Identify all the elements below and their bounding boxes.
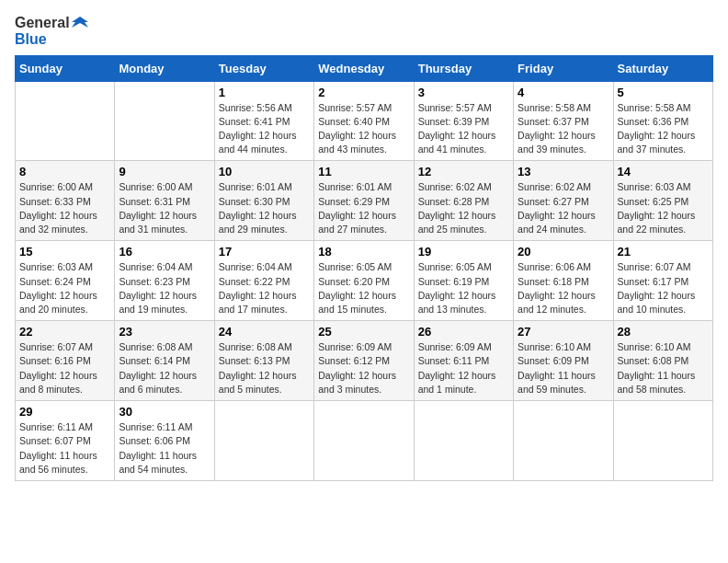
day-detail: Sunrise: 6:08 AMSunset: 6:13 PMDaylight:… [219, 341, 297, 395]
calendar-header-row: SundayMondayTuesdayWednesdayThursdayFrid… [16, 55, 713, 81]
empty-cell [514, 401, 613, 481]
day-detail: Sunrise: 5:58 AMSunset: 6:37 PMDaylight:… [518, 102, 596, 155]
day-detail: Sunrise: 6:11 AMSunset: 6:07 PMDaylight:… [19, 421, 97, 475]
empty-cell [314, 401, 414, 481]
day-detail: Sunrise: 6:00 AMSunset: 6:31 PMDaylight:… [119, 181, 197, 235]
day-detail: Sunrise: 6:11 AMSunset: 6:06 PMDaylight:… [119, 421, 197, 475]
day-number: 15 [19, 245, 110, 259]
calendar-week-1: 1 Sunrise: 5:56 AMSunset: 6:41 PMDayligh… [16, 81, 713, 161]
empty-cell [214, 401, 313, 481]
calendar-day-15: 15 Sunrise: 6:03 AMSunset: 6:24 PMDaylig… [16, 241, 115, 321]
calendar-day-28: 28 Sunrise: 6:10 AMSunset: 6:08 PMDaylig… [613, 321, 712, 401]
empty-cell [16, 81, 115, 161]
calendar-day-17: 17 Sunrise: 6:04 AMSunset: 6:22 PMDaylig… [214, 241, 313, 321]
day-detail: Sunrise: 6:05 AMSunset: 6:20 PMDaylight:… [318, 261, 396, 315]
day-detail: Sunrise: 6:01 AMSunset: 6:29 PMDaylight:… [318, 181, 396, 235]
day-number: 14 [618, 165, 709, 178]
day-number: 24 [219, 325, 310, 339]
day-detail: Sunrise: 6:03 AMSunset: 6:24 PMDaylight:… [19, 261, 97, 315]
day-detail: Sunrise: 6:00 AMSunset: 6:33 PMDaylight:… [19, 181, 97, 235]
logo-bird-icon [72, 15, 88, 31]
calendar-week-5: 29 Sunrise: 6:11 AMSunset: 6:07 PMDaylig… [16, 401, 713, 481]
calendar-week-4: 22 Sunrise: 6:07 AMSunset: 6:16 PMDaylig… [16, 321, 713, 401]
svg-marker-0 [72, 17, 88, 28]
calendar-day-4: 4 Sunrise: 5:58 AMSunset: 6:37 PMDayligh… [514, 81, 613, 161]
calendar-day-19: 19 Sunrise: 6:05 AMSunset: 6:19 PMDaylig… [414, 241, 513, 321]
logo-blue: Blue [15, 31, 47, 48]
calendar-week-2: 8 Sunrise: 6:00 AMSunset: 6:33 PMDayligh… [16, 161, 713, 241]
calendar-day-20: 20 Sunrise: 6:06 AMSunset: 6:18 PMDaylig… [514, 241, 613, 321]
empty-cell [613, 401, 712, 481]
day-number: 28 [618, 325, 709, 339]
day-detail: Sunrise: 5:57 AMSunset: 6:39 PMDaylight:… [418, 102, 496, 155]
day-number: 13 [518, 165, 609, 178]
day-number: 20 [518, 245, 609, 259]
day-detail: Sunrise: 6:06 AMSunset: 6:18 PMDaylight:… [518, 261, 596, 315]
day-detail: Sunrise: 6:02 AMSunset: 6:27 PMDaylight:… [518, 181, 596, 235]
calendar-day-10: 10 Sunrise: 6:01 AMSunset: 6:30 PMDaylig… [214, 161, 313, 241]
day-number: 30 [119, 405, 210, 419]
day-number: 8 [19, 165, 110, 178]
day-number: 23 [119, 325, 210, 339]
day-number: 4 [518, 86, 609, 99]
day-number: 12 [418, 165, 509, 178]
day-detail: Sunrise: 5:56 AMSunset: 6:41 PMDaylight:… [219, 102, 297, 155]
day-detail: Sunrise: 6:02 AMSunset: 6:28 PMDaylight:… [418, 181, 496, 235]
day-number: 18 [318, 245, 409, 259]
day-number: 1 [219, 86, 310, 99]
day-detail: Sunrise: 6:10 AMSunset: 6:08 PMDaylight:… [618, 341, 696, 395]
calendar-day-30: 30 Sunrise: 6:11 AMSunset: 6:06 PMDaylig… [115, 401, 214, 481]
calendar-day-1: 1 Sunrise: 5:56 AMSunset: 6:41 PMDayligh… [214, 81, 313, 161]
calendar-day-2: 2 Sunrise: 5:57 AMSunset: 6:40 PMDayligh… [314, 81, 414, 161]
calendar-day-25: 25 Sunrise: 6:09 AMSunset: 6:12 PMDaylig… [314, 321, 414, 401]
day-number: 11 [318, 165, 409, 178]
calendar-day-27: 27 Sunrise: 6:10 AMSunset: 6:09 PMDaylig… [514, 321, 613, 401]
calendar-day-14: 14 Sunrise: 6:03 AMSunset: 6:25 PMDaylig… [613, 161, 712, 241]
calendar-day-24: 24 Sunrise: 6:08 AMSunset: 6:13 PMDaylig… [214, 321, 313, 401]
day-number: 26 [418, 325, 509, 339]
day-number: 29 [19, 405, 110, 419]
day-number: 19 [418, 245, 509, 259]
calendar-day-18: 18 Sunrise: 6:05 AMSunset: 6:20 PMDaylig… [314, 241, 414, 321]
day-number: 9 [119, 165, 210, 178]
calendar-day-9: 9 Sunrise: 6:00 AMSunset: 6:31 PMDayligh… [115, 161, 214, 241]
logo: General Blue [15, 15, 88, 48]
day-detail: Sunrise: 6:01 AMSunset: 6:30 PMDaylight:… [219, 181, 297, 235]
day-detail: Sunrise: 6:08 AMSunset: 6:14 PMDaylight:… [119, 341, 197, 395]
day-number: 5 [618, 86, 709, 99]
logo-container: General Blue [15, 15, 88, 48]
day-number: 21 [618, 245, 709, 259]
day-detail: Sunrise: 6:07 AMSunset: 6:16 PMDaylight:… [19, 341, 97, 395]
day-detail: Sunrise: 6:04 AMSunset: 6:23 PMDaylight:… [119, 261, 197, 315]
calendar-day-21: 21 Sunrise: 6:07 AMSunset: 6:17 PMDaylig… [613, 241, 712, 321]
calendar-table: SundayMondayTuesdayWednesdayThursdayFrid… [15, 55, 713, 481]
calendar-day-22: 22 Sunrise: 6:07 AMSunset: 6:16 PMDaylig… [16, 321, 115, 401]
day-detail: Sunrise: 5:58 AMSunset: 6:36 PMDaylight:… [618, 102, 696, 155]
weekday-header-monday: Monday [115, 55, 214, 81]
day-number: 25 [318, 325, 409, 339]
weekday-header-sunday: Sunday [16, 55, 115, 81]
weekday-header-thursday: Thursday [414, 55, 513, 81]
empty-cell [414, 401, 513, 481]
calendar-day-11: 11 Sunrise: 6:01 AMSunset: 6:29 PMDaylig… [314, 161, 414, 241]
day-detail: Sunrise: 6:04 AMSunset: 6:22 PMDaylight:… [219, 261, 297, 315]
weekday-header-friday: Friday [514, 55, 613, 81]
weekday-header-wednesday: Wednesday [314, 55, 414, 81]
day-detail: Sunrise: 6:09 AMSunset: 6:12 PMDaylight:… [318, 341, 396, 395]
calendar-week-3: 15 Sunrise: 6:03 AMSunset: 6:24 PMDaylig… [16, 241, 713, 321]
calendar-day-13: 13 Sunrise: 6:02 AMSunset: 6:27 PMDaylig… [514, 161, 613, 241]
day-detail: Sunrise: 6:09 AMSunset: 6:11 PMDaylight:… [418, 341, 496, 395]
day-number: 17 [219, 245, 310, 259]
day-number: 10 [219, 165, 310, 178]
day-number: 27 [518, 325, 609, 339]
calendar-day-8: 8 Sunrise: 6:00 AMSunset: 6:33 PMDayligh… [16, 161, 115, 241]
calendar-day-23: 23 Sunrise: 6:08 AMSunset: 6:14 PMDaylig… [115, 321, 214, 401]
day-number: 16 [119, 245, 210, 259]
day-detail: Sunrise: 6:05 AMSunset: 6:19 PMDaylight:… [418, 261, 496, 315]
calendar-day-5: 5 Sunrise: 5:58 AMSunset: 6:36 PMDayligh… [613, 81, 712, 161]
day-detail: Sunrise: 6:03 AMSunset: 6:25 PMDaylight:… [618, 181, 696, 235]
calendar-day-3: 3 Sunrise: 5:57 AMSunset: 6:39 PMDayligh… [414, 81, 513, 161]
day-detail: Sunrise: 6:07 AMSunset: 6:17 PMDaylight:… [618, 261, 696, 315]
calendar-day-26: 26 Sunrise: 6:09 AMSunset: 6:11 PMDaylig… [414, 321, 513, 401]
calendar-day-12: 12 Sunrise: 6:02 AMSunset: 6:28 PMDaylig… [414, 161, 513, 241]
